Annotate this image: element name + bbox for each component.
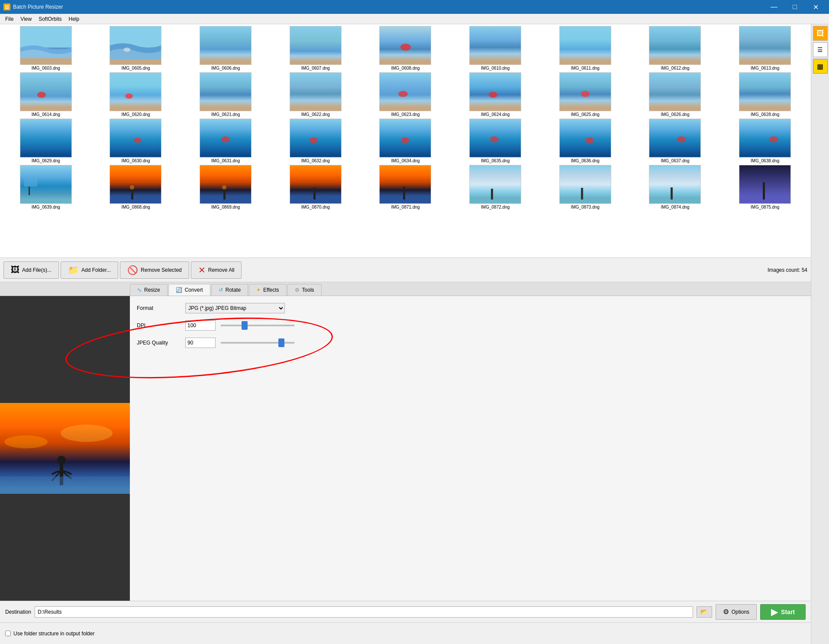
jpeg-quality-input[interactable] — [185, 338, 216, 348]
remove-all-button[interactable]: ✕ Remove All — [191, 261, 242, 279]
image-thumbnail — [559, 165, 611, 204]
use-folder-structure-checkbox[interactable] — [5, 631, 11, 636]
jpeg-quality-slider[interactable] — [221, 338, 294, 347]
start-button[interactable]: ▶ Start — [760, 604, 806, 620]
image-thumbnail — [290, 119, 342, 158]
image-name: IMG_0622.dng — [301, 112, 330, 117]
svg-rect-26 — [403, 187, 405, 200]
add-folder-button[interactable]: 📁 Add Folder... — [61, 261, 118, 279]
destination-browse-button[interactable]: 📂 — [697, 606, 712, 618]
menu-softorbits[interactable]: SoftOrbits — [35, 15, 65, 23]
image-grid-container[interactable]: IMG_0603.dng IMG_0605.dng IMG_0606.dng I… — [0, 24, 811, 258]
list-item[interactable]: IMG_0869.dng — [181, 165, 270, 209]
tab-tools[interactable]: ⚙ Tools — [287, 284, 322, 296]
svg-point-15 — [490, 136, 499, 142]
list-item[interactable]: IMG_0628.dng — [721, 72, 809, 117]
effects-icon: ✦ — [256, 287, 261, 293]
tab-resize[interactable]: ⤡ Resize — [130, 284, 168, 296]
svg-point-4 — [124, 48, 131, 52]
dpi-slider-thumb[interactable] — [242, 321, 248, 330]
tab-rotate[interactable]: ↺ Rotate — [211, 284, 248, 296]
large-thumbnail-view-button[interactable]: 🖼 — [813, 26, 828, 41]
close-button[interactable]: ✕ — [806, 0, 826, 14]
maximize-button[interactable]: □ — [785, 0, 805, 14]
image-thumbnail — [379, 165, 431, 204]
remove-selected-button[interactable]: 🚫 Remove Selected — [120, 261, 189, 279]
list-item[interactable]: IMG_0870.dng — [271, 165, 360, 209]
list-item[interactable]: IMG_0631.dng — [181, 119, 270, 163]
image-thumbnail — [20, 72, 72, 111]
list-item[interactable]: IMG_0632.dng — [271, 119, 360, 163]
list-item[interactable]: IMG_0875.dng — [721, 165, 809, 209]
list-item[interactable]: IMG_0612.dng — [631, 26, 719, 71]
menu-file[interactable]: File — [2, 15, 17, 23]
list-item[interactable]: IMG_0622.dng — [271, 72, 360, 117]
tools-icon: ⚙ — [295, 287, 300, 293]
tab-effects[interactable]: ✦ Effects — [249, 284, 286, 296]
start-icon: ▶ — [771, 607, 777, 617]
add-folder-icon: 📁 — [68, 265, 79, 275]
list-item[interactable]: IMG_0639.dng — [2, 165, 90, 209]
list-item[interactable]: IMG_0613.dng — [721, 26, 809, 71]
add-files-label: Add File(s)... — [22, 267, 52, 273]
image-thumbnail — [739, 119, 791, 158]
list-item[interactable]: IMG_0637.dng — [631, 119, 719, 163]
image-name: IMG_0628.dng — [751, 112, 779, 117]
list-item[interactable]: IMG_0868.dng — [92, 165, 180, 209]
list-item[interactable]: IMG_0605.dng — [92, 26, 180, 71]
menu-view[interactable]: View — [17, 15, 35, 23]
image-name: IMG_0868.dng — [121, 205, 150, 209]
svg-rect-36 — [0, 477, 130, 494]
tab-rotate-label: Rotate — [226, 287, 241, 293]
add-files-button[interactable]: 🖼 Add File(s)... — [3, 261, 59, 279]
list-item[interactable]: IMG_0621.dng — [181, 72, 270, 117]
list-item[interactable]: IMG_0636.dng — [541, 119, 629, 163]
dpi-slider[interactable] — [221, 321, 294, 330]
list-item[interactable]: IMG_0606.dng — [181, 26, 270, 71]
list-item[interactable]: IMG_0629.dng — [2, 119, 90, 163]
grid-view-button[interactable]: ▦ — [813, 59, 828, 74]
minimize-button[interactable]: — — [764, 0, 784, 14]
list-item[interactable]: IMG_0625.dng — [541, 72, 629, 117]
list-item[interactable]: IMG_0626.dng — [631, 72, 719, 117]
jpeg-quality-slider-thumb[interactable] — [278, 338, 284, 347]
list-item[interactable]: IMG_0608.dng — [361, 26, 450, 71]
list-item[interactable]: IMG_0871.dng — [361, 165, 450, 209]
list-item[interactable]: IMG_0611.dng — [541, 26, 629, 71]
list-item[interactable]: IMG_0635.dng — [451, 119, 539, 163]
list-view-button[interactable]: ☰ — [813, 42, 828, 57]
list-item[interactable]: IMG_0624.dng — [451, 72, 539, 117]
list-item[interactable]: IMG_0603.dng — [2, 26, 90, 71]
image-name: IMG_0606.dng — [211, 66, 240, 71]
image-thumbnail — [379, 119, 431, 158]
list-item[interactable]: IMG_0634.dng — [361, 119, 450, 163]
svg-point-10 — [581, 91, 590, 97]
svg-point-12 — [221, 136, 230, 142]
list-item[interactable]: IMG_0873.dng — [541, 165, 629, 209]
resize-icon: ⤡ — [137, 287, 142, 293]
list-item[interactable]: IMG_0872.dng — [451, 165, 539, 209]
list-item[interactable]: IMG_0610.dng — [451, 26, 539, 71]
image-name: IMG_0612.dng — [661, 66, 689, 71]
format-select[interactable]: JPG (*.jpg) JPEG Bitmap — [185, 303, 285, 313]
list-item[interactable]: IMG_0614.dng — [2, 72, 90, 117]
svg-point-9 — [489, 92, 497, 98]
tab-convert[interactable]: 🔄 Convert — [168, 284, 210, 296]
menu-help[interactable]: Help — [65, 15, 83, 23]
format-label: Format — [137, 305, 180, 311]
images-count: Images count: 54 — [768, 267, 807, 273]
destination-input[interactable] — [35, 606, 693, 618]
preview-image — [0, 403, 130, 494]
options-button[interactable]: ⚙ Options — [716, 604, 757, 620]
list-item[interactable]: IMG_0607.dng — [271, 26, 360, 71]
image-thumbnail — [559, 119, 611, 158]
list-item[interactable]: IMG_0623.dng — [361, 72, 450, 117]
list-item[interactable]: IMG_0620.dng — [92, 72, 180, 117]
svg-point-7 — [125, 93, 133, 99]
list-item[interactable]: IMG_0630.dng — [92, 119, 180, 163]
image-thumbnail — [290, 165, 342, 204]
list-item[interactable]: IMG_0638.dng — [721, 119, 809, 163]
dpi-input[interactable] — [185, 320, 216, 331]
svg-rect-29 — [671, 187, 673, 200]
list-item[interactable]: IMG_0874.dng — [631, 165, 719, 209]
